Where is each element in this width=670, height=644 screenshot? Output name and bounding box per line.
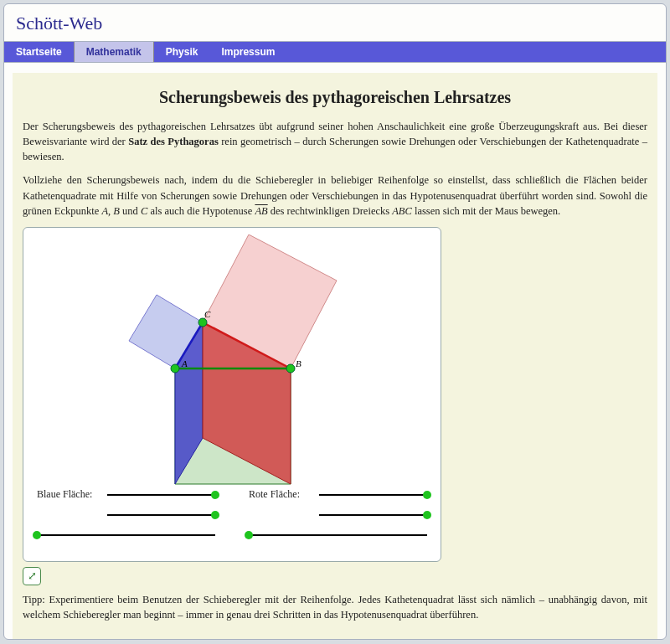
red-slider-1[interactable] — [319, 494, 427, 496]
expand-icon: ⤢ — [28, 569, 37, 583]
text: des rechtwinkligen Dreiecks — [268, 205, 393, 217]
label-b: B — [296, 358, 302, 368]
blue-area-label: Blaue Fläche: — [37, 488, 102, 501]
blue-slider-1[interactable] — [107, 494, 215, 496]
red-slider-2[interactable] — [319, 514, 427, 516]
nav-impressum[interactable]: Impressum — [209, 42, 286, 62]
slider-thumb-icon[interactable] — [423, 491, 431, 499]
figure-svg[interactable]: A B C — [30, 234, 434, 486]
text: als auch die Hypotenuse — [147, 205, 255, 217]
point-a-handle[interactable] — [171, 364, 179, 373]
site-title: Schött-Web — [4, 4, 666, 41]
geogebra-applet[interactable]: A B C Blaue Fläche: — [23, 227, 441, 562]
triangle-abc: ABC — [392, 205, 412, 217]
main-nav: Startseite Mathematik Physik Impressum — [4, 41, 666, 63]
label-a: A — [181, 358, 188, 368]
bold-satz: Satz des Pythagoras — [128, 136, 219, 147]
point-a: A — [101, 205, 108, 217]
content-area: Scherungsbeweis des pythagoreischen Lehr… — [13, 73, 657, 640]
nav-startseite[interactable]: Startseite — [4, 42, 74, 62]
tip-paragraph: Tipp: Experimentiere beim Benutzen der S… — [23, 592, 647, 622]
page-title: Scherungsbeweis des pythagoreischen Lehr… — [23, 88, 647, 107]
text: lassen sich mit der Maus bewegen. — [412, 205, 560, 217]
blue-slider-2[interactable] — [107, 514, 215, 516]
red-slider-col: Rote Fläche: — [249, 489, 427, 549]
label-c: C — [204, 309, 211, 319]
red-area-label: Rote Fläche: — [249, 488, 314, 501]
nav-physik[interactable]: Physik — [154, 42, 210, 62]
red-slider-3[interactable] — [249, 534, 427, 536]
sliders-row: Blaue Fläche: Rote Fläche: — [30, 489, 434, 549]
intro-paragraph-1: Der Scherungsbeweis des pythagoreischen … — [23, 119, 647, 164]
intro-paragraph-2: Vollziehe den Scherungsbeweis nach, inde… — [23, 173, 647, 218]
point-b: B — [113, 205, 120, 217]
slider-thumb-icon[interactable] — [423, 511, 431, 519]
slider-thumb-icon[interactable] — [245, 531, 253, 539]
point-c-handle[interactable] — [198, 318, 207, 327]
slider-thumb-icon[interactable] — [33, 531, 41, 539]
slider-thumb-icon[interactable] — [211, 511, 219, 519]
segment-ab: AB — [255, 205, 267, 217]
nav-mathematik[interactable]: Mathematik — [74, 42, 154, 62]
page-frame: Schött-Web Startseite Mathematik Physik … — [3, 3, 667, 640]
blue-slider-col: Blaue Fläche: — [37, 489, 215, 549]
blue-slider-3[interactable] — [37, 534, 215, 536]
point-b-handle[interactable] — [286, 364, 295, 373]
text: und — [120, 205, 141, 217]
slider-thumb-icon[interactable] — [211, 491, 219, 499]
fullscreen-button[interactable]: ⤢ — [23, 567, 41, 585]
